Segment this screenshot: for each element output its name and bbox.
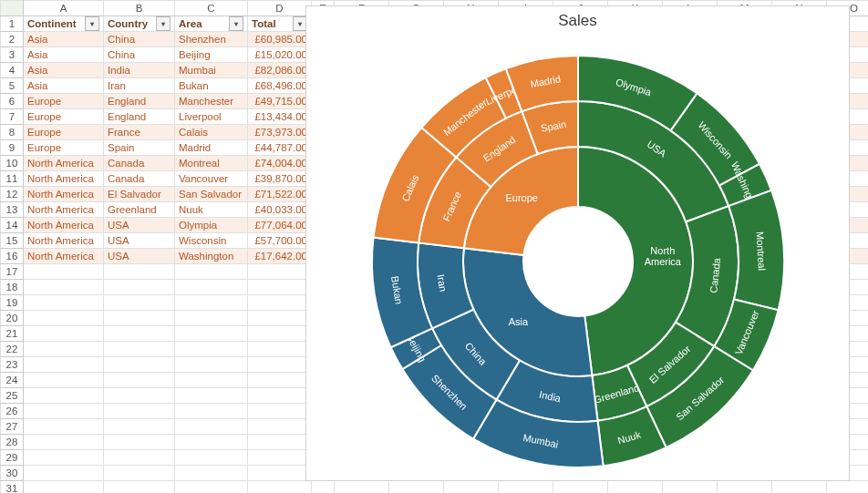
data-cell[interactable]: £73,973.00 <box>248 125 312 140</box>
data-cell[interactable]: USA <box>104 218 175 233</box>
data-cell[interactable]: Asia <box>24 78 104 94</box>
cell[interactable] <box>24 404 104 419</box>
row-header[interactable]: 11 <box>1 171 24 187</box>
row-header[interactable]: 13 <box>1 202 24 218</box>
cell[interactable] <box>335 481 389 494</box>
data-cell[interactable]: Olympia <box>175 218 248 233</box>
table-header-cell[interactable]: Country▾ <box>104 16 175 32</box>
row-header[interactable]: 15 <box>1 233 24 249</box>
cell[interactable] <box>499 481 553 494</box>
cell[interactable] <box>175 342 248 357</box>
cell[interactable] <box>248 388 312 404</box>
cell[interactable] <box>104 388 175 404</box>
row-header[interactable]: 28 <box>1 435 24 450</box>
cell[interactable] <box>772 481 827 494</box>
cell[interactable] <box>248 404 312 419</box>
cell[interactable] <box>104 295 175 311</box>
cell[interactable] <box>24 481 104 494</box>
cell[interactable] <box>24 466 104 481</box>
data-cell[interactable]: Canada <box>104 156 175 171</box>
cell[interactable] <box>175 404 248 419</box>
row-header[interactable]: 5 <box>1 78 24 94</box>
row-header[interactable]: 12 <box>1 187 24 202</box>
row-header[interactable]: 16 <box>1 249 24 264</box>
row-header[interactable]: 25 <box>1 388 24 404</box>
data-cell[interactable]: Europe <box>24 125 104 140</box>
cell[interactable] <box>175 435 248 450</box>
cell[interactable] <box>553 481 608 494</box>
cell[interactable] <box>24 435 104 450</box>
data-cell[interactable]: China <box>104 32 175 47</box>
data-cell[interactable]: £74,004.00 <box>248 156 312 171</box>
data-cell[interactable]: Wisconsin <box>175 233 248 249</box>
cell[interactable] <box>248 342 312 357</box>
cell[interactable] <box>248 264 312 280</box>
data-cell[interactable]: England <box>104 109 175 125</box>
cell[interactable] <box>104 373 175 388</box>
row-header[interactable]: 23 <box>1 357 24 373</box>
data-cell[interactable]: £68,496.00 <box>248 78 312 94</box>
chart-container[interactable]: Sales NorthAmericaUSAOlympiaWisconsinWas… <box>305 5 850 481</box>
cell[interactable] <box>175 326 248 342</box>
cell[interactable] <box>175 311 248 326</box>
row-header[interactable]: 24 <box>1 373 24 388</box>
data-cell[interactable]: USA <box>104 233 175 249</box>
data-cell[interactable]: £44,787.00 <box>248 140 312 156</box>
cell[interactable] <box>248 295 312 311</box>
data-cell[interactable]: £49,715.00 <box>248 94 312 109</box>
cell[interactable] <box>24 280 104 295</box>
cell[interactable] <box>248 357 312 373</box>
data-cell[interactable]: Liverpool <box>175 109 248 125</box>
data-cell[interactable]: Bukan <box>175 78 248 94</box>
data-cell[interactable]: North America <box>24 156 104 171</box>
row-header[interactable]: 14 <box>1 218 24 233</box>
cell[interactable] <box>104 326 175 342</box>
data-cell[interactable]: Greenland <box>104 202 175 218</box>
filter-dropdown-icon[interactable]: ▾ <box>156 16 170 31</box>
column-header-A[interactable]: A <box>24 1 104 16</box>
cell[interactable] <box>444 481 499 494</box>
row-header[interactable]: 8 <box>1 125 24 140</box>
cell[interactable] <box>24 388 104 404</box>
cell[interactable] <box>104 435 175 450</box>
filter-dropdown-icon[interactable]: ▾ <box>229 16 243 31</box>
row-header[interactable]: 29 <box>1 450 24 466</box>
column-header-B[interactable]: B <box>104 1 175 16</box>
cell[interactable] <box>175 280 248 295</box>
cell[interactable] <box>175 388 248 404</box>
row-header[interactable]: 17 <box>1 264 24 280</box>
data-cell[interactable]: £15,020.00 <box>248 47 312 63</box>
row-header[interactable]: 18 <box>1 280 24 295</box>
cell[interactable] <box>248 450 312 466</box>
cell[interactable] <box>175 264 248 280</box>
data-cell[interactable]: Europe <box>24 94 104 109</box>
data-cell[interactable]: £82,086.00 <box>248 63 312 78</box>
data-cell[interactable]: Montreal <box>175 156 248 171</box>
data-cell[interactable]: Europe <box>24 140 104 156</box>
data-cell[interactable]: Calais <box>175 125 248 140</box>
data-cell[interactable]: North America <box>24 187 104 202</box>
data-cell[interactable]: Washington <box>175 249 248 264</box>
cell[interactable] <box>175 357 248 373</box>
row-header[interactable]: 31 <box>1 481 24 494</box>
row-header[interactable]: 20 <box>1 311 24 326</box>
row-header[interactable]: 26 <box>1 404 24 419</box>
row-header[interactable]: 30 <box>1 466 24 481</box>
cell[interactable] <box>663 481 718 494</box>
cell[interactable] <box>24 342 104 357</box>
data-cell[interactable]: £60,985.00 <box>248 32 312 47</box>
data-cell[interactable]: North America <box>24 202 104 218</box>
cell[interactable] <box>24 373 104 388</box>
column-header-C[interactable]: C <box>175 1 248 16</box>
data-cell[interactable]: China <box>104 47 175 63</box>
data-cell[interactable]: North America <box>24 171 104 187</box>
cell[interactable] <box>104 466 175 481</box>
row-header[interactable]: 21 <box>1 326 24 342</box>
cell[interactable] <box>827 481 869 494</box>
data-cell[interactable]: £71,522.00 <box>248 187 312 202</box>
data-cell[interactable]: India <box>104 63 175 78</box>
column-header-D[interactable]: D <box>248 1 312 16</box>
cell[interactable] <box>104 450 175 466</box>
cell[interactable] <box>24 450 104 466</box>
data-cell[interactable]: Asia <box>24 47 104 63</box>
